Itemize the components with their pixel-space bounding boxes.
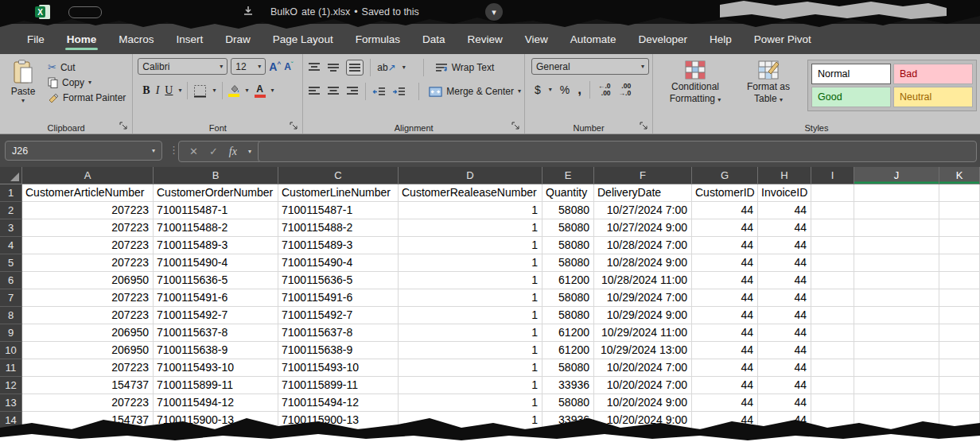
cell-C11[interactable]: 7100115493-10 <box>278 359 399 377</box>
row-header-7[interactable]: 7 <box>0 289 22 307</box>
cell-F10[interactable]: 10/29/2024 13:00 <box>594 342 692 359</box>
cell-D2[interactable]: 1 <box>399 202 542 219</box>
underline-dropdown-icon[interactable]: ▾ <box>178 87 181 94</box>
increase-decimal-button[interactable]: ←.0.00 <box>598 83 611 97</box>
underline-button[interactable]: U <box>165 84 173 97</box>
column-header-D[interactable]: D <box>399 167 542 184</box>
cell-J8[interactable] <box>854 307 939 324</box>
clipboard-dialog-launcher[interactable] <box>119 122 129 131</box>
cell-B1[interactable]: CustomerOrderNumber <box>154 184 278 202</box>
cell-H2[interactable]: 44 <box>758 202 811 219</box>
cell-E2[interactable]: 58080 <box>542 202 594 219</box>
cut-button[interactable]: ✂ Cut <box>48 61 126 73</box>
shrink-font-button[interactable]: Aˇ <box>284 60 293 72</box>
cell-I9[interactable] <box>811 324 854 342</box>
cell-style-neutral[interactable]: Neutral <box>893 87 973 107</box>
cell-G11[interactable]: 44 <box>692 359 758 377</box>
cell-G1[interactable]: CustomerID <box>692 184 758 202</box>
row-header-5[interactable]: 5 <box>0 254 22 272</box>
cell-A5[interactable]: 207223 <box>22 254 154 272</box>
cell-A13[interactable]: 207223 <box>22 394 154 412</box>
cell-E7[interactable]: 58080 <box>542 289 594 307</box>
cell-H9[interactable]: 44 <box>758 324 811 342</box>
copy-dropdown-icon[interactable]: ▾ <box>88 79 91 86</box>
cell-C3[interactable]: 7100115488-2 <box>278 219 399 237</box>
cell-I2[interactable] <box>811 202 854 219</box>
font-dialog-launcher[interactable] <box>290 122 299 131</box>
cell-E5[interactable]: 58080 <box>542 254 594 272</box>
cell-A6[interactable]: 206950 <box>22 272 154 289</box>
cell-H5[interactable]: 44 <box>758 254 811 272</box>
cell-K2[interactable] <box>939 202 980 219</box>
cell-G7[interactable]: 44 <box>692 289 758 307</box>
cell-D9[interactable]: 1 <box>399 324 542 342</box>
tab-data[interactable]: Data <box>411 33 457 54</box>
row-header-3[interactable]: 3 <box>0 219 22 237</box>
cell-E13[interactable]: 58080 <box>542 394 594 412</box>
cell-I1[interactable] <box>811 184 854 202</box>
cell-B7[interactable]: 7100115491-6 <box>154 289 278 307</box>
borders-dropdown-icon[interactable]: ▾ <box>212 87 216 94</box>
cell-G8[interactable]: 44 <box>692 307 758 324</box>
cell-J10[interactable] <box>854 342 939 359</box>
tab-review[interactable]: Review <box>456 33 513 54</box>
alignment-dialog-launcher[interactable] <box>511 122 521 131</box>
cell-D5[interactable]: 1 <box>399 254 542 272</box>
font-name-dropdown-icon[interactable]: ▾ <box>220 64 223 70</box>
tab-insert[interactable]: Insert <box>165 33 215 54</box>
cell-H6[interactable]: 44 <box>758 272 811 289</box>
tab-page-layout[interactable]: Page Layout <box>262 33 344 54</box>
font-size-combo[interactable]: 12 ▾ <box>231 58 266 75</box>
middle-align-button[interactable] <box>327 62 340 73</box>
name-box-dropdown-icon[interactable]: ▾ <box>152 148 155 154</box>
cell-G12[interactable]: 44 <box>692 377 758 394</box>
cell-C10[interactable]: 7100115638-9 <box>278 342 399 359</box>
column-header-K[interactable]: K <box>939 167 980 184</box>
cell-G2[interactable]: 44 <box>692 202 758 219</box>
cell-F6[interactable]: 10/28/2024 11:00 <box>594 272 692 289</box>
fill-color-dropdown-icon[interactable]: ▾ <box>246 87 249 94</box>
cell-I13[interactable] <box>811 394 854 412</box>
cell-C4[interactable]: 7100115489-3 <box>278 237 399 254</box>
cell-K5[interactable] <box>939 254 980 272</box>
font-color-button[interactable]: A <box>255 84 266 98</box>
cell-K6[interactable] <box>939 272 980 289</box>
comma-style-button[interactable]: , <box>578 82 581 98</box>
insert-function-button[interactable]: fx <box>229 145 237 158</box>
cell-F2[interactable]: 10/27/2024 7:00 <box>594 202 692 219</box>
tab-draw[interactable]: Draw <box>214 33 262 54</box>
select-all-button[interactable] <box>0 167 22 184</box>
row-header-10[interactable]: 10 <box>0 342 22 359</box>
row-header-11[interactable]: 11 <box>0 359 22 377</box>
accounting-dropdown-icon[interactable]: ▾ <box>549 87 552 93</box>
cell-J7[interactable] <box>854 289 939 307</box>
cell-A8[interactable]: 207223 <box>22 307 154 324</box>
cell-J6[interactable] <box>854 272 939 289</box>
align-right-button[interactable] <box>346 86 359 97</box>
percent-style-button[interactable]: % <box>560 83 570 96</box>
decrease-indent-button[interactable] <box>372 87 386 97</box>
cancel-button[interactable]: ✕ <box>189 145 198 157</box>
cell-F5[interactable]: 10/28/2024 9:00 <box>594 254 692 272</box>
document-title[interactable]: BulkO ate (1).xlsx • Saved to this <box>270 0 419 24</box>
cell-C1[interactable]: CustomerLineNumber <box>278 184 399 202</box>
format-as-table-button[interactable]: Format as Table ▾ <box>734 58 803 121</box>
row-header-4[interactable]: 4 <box>0 237 22 254</box>
cell-F12[interactable]: 10/20/2024 7:00 <box>594 377 692 394</box>
name-box[interactable]: J26 ▾ <box>5 141 162 161</box>
cell-J3[interactable] <box>854 219 939 237</box>
cell-E11[interactable]: 58080 <box>542 359 594 377</box>
search-box-torn[interactable] <box>720 0 947 21</box>
column-header-I[interactable]: I <box>811 167 854 184</box>
quick-access-toolbar[interactable] <box>68 6 102 18</box>
cell-G4[interactable]: 44 <box>692 237 758 254</box>
cell-K13[interactable] <box>939 394 980 412</box>
title-dropdown-chevron-icon[interactable]: ▾ <box>485 3 503 21</box>
cell-D10[interactable]: 1 <box>399 342 542 359</box>
column-header-B[interactable]: B <box>154 167 278 184</box>
cell-H8[interactable]: 44 <box>758 307 811 324</box>
cell-D13[interactable]: 1 <box>399 394 542 412</box>
tab-view[interactable]: View <box>514 33 559 54</box>
cell-H10[interactable]: 44 <box>758 342 811 359</box>
cell-J2[interactable] <box>854 202 939 219</box>
